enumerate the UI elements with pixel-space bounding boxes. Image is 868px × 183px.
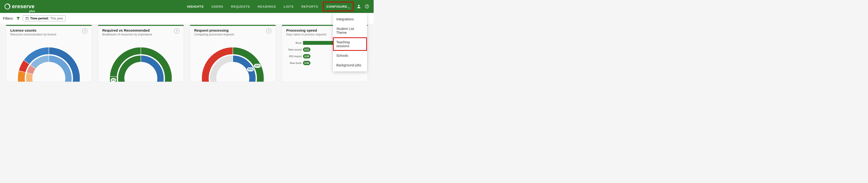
dropdown-item-teaching-sessions[interactable]: Teaching sessions [333, 37, 367, 51]
card-request-processing: Request processing Comparing processed r… [190, 25, 276, 82]
card-title: Processing speed [286, 28, 327, 32]
dropdown-item-student-list-theme[interactable]: Student List Theme [333, 24, 367, 37]
card-subtitle: Days taken to process requests [286, 33, 327, 36]
svg-text:35%: 35% [255, 64, 260, 67]
bar-value-pill: 0.00 [303, 61, 310, 65]
bar-value-pill: 0.01 [303, 48, 310, 52]
nav-configure-label: CONFIGURE [327, 5, 347, 8]
funnel-icon[interactable] [16, 16, 20, 21]
configure-dropdown: IntegrationsStudent List ThemeTeaching s… [333, 13, 367, 71]
brand-name: ereserve plus [12, 3, 35, 9]
filters-label: Filters: [3, 16, 14, 20]
card-subtitle: Breakdown of resources by importance [102, 33, 152, 36]
bar-value-pill: 0.00 [303, 54, 310, 58]
nav-insights[interactable]: INSIGHTS [183, 0, 208, 13]
chart-label: 4% [111, 78, 116, 82]
card-help-icon[interactable]: ? [174, 28, 179, 34]
time-period-value: This year [50, 17, 63, 20]
nav-reports[interactable]: REPORTS [298, 0, 322, 13]
app-header: ereserve plus INSIGHTSUSERSREQUESTSREADI… [0, 0, 374, 13]
card-subtitle: Resource communication by licence [10, 33, 56, 36]
card-licence-counts: Licence counts Resource communication by… [6, 25, 92, 82]
svg-rect-4 [26, 17, 29, 20]
svg-point-1 [358, 5, 360, 6]
dropdown-item-schools[interactable]: Schools [333, 51, 367, 60]
svg-point-3 [367, 7, 367, 8]
nav-users[interactable]: USERS [208, 0, 227, 13]
chevron-down-icon: ▼ [348, 7, 350, 9]
svg-text:4%: 4% [112, 79, 115, 82]
calendar-icon [25, 17, 29, 20]
filter-bar: Filters: Time period: This year [0, 13, 374, 24]
svg-text:35%: 35% [248, 68, 253, 71]
bar-label: New book [282, 62, 302, 64]
time-period-filter[interactable]: Time period: This year [23, 15, 66, 21]
card-help-icon[interactable]: ? [266, 28, 271, 34]
card-subtitle: Comparing processed requests [194, 33, 234, 36]
card-title: Request processing [194, 28, 234, 32]
bar-label: RIS import [282, 55, 302, 58]
logo-icon [4, 3, 10, 9]
nav-lists[interactable]: LISTS [280, 0, 298, 13]
main-nav: INSIGHTSUSERSREQUESTSREADINGSLISTSREPORT… [183, 0, 369, 13]
time-period-label: Time period: [30, 17, 49, 20]
bar-label: New sound [282, 48, 302, 51]
card-title: Required vs Recommended [102, 28, 152, 32]
nav-readings[interactable]: READINGS [254, 0, 280, 13]
card-help-icon[interactable]: ? [82, 28, 87, 34]
card-title: Licence counts [10, 28, 56, 32]
user-icon[interactable] [356, 4, 361, 9]
dropdown-item-background-jobs[interactable]: Background jobs [333, 60, 367, 70]
nav-configure[interactable]: CONFIGURE ▼ [323, 2, 353, 11]
chart-licence: 10%10% [6, 38, 92, 82]
bar-label: Book [282, 41, 302, 44]
dropdown-item-integrations[interactable]: Integrations [333, 14, 367, 24]
chart-reqrec: 18%4%4%12% [98, 38, 184, 82]
brand-logo[interactable]: ereserve plus [4, 3, 35, 9]
nav-requests[interactable]: REQUESTS [227, 0, 254, 13]
card-required-recommended: Required vs Recommended Breakdown of res… [98, 25, 184, 82]
help-icon[interactable] [365, 4, 369, 9]
chart-label: 35% [254, 64, 261, 68]
chart-reqproc: 35%35% [190, 38, 276, 82]
dashboard-cards: Licence counts Resource communication by… [0, 24, 374, 82]
svg-point-0 [5, 4, 10, 9]
chart-label: 35% [247, 67, 254, 72]
